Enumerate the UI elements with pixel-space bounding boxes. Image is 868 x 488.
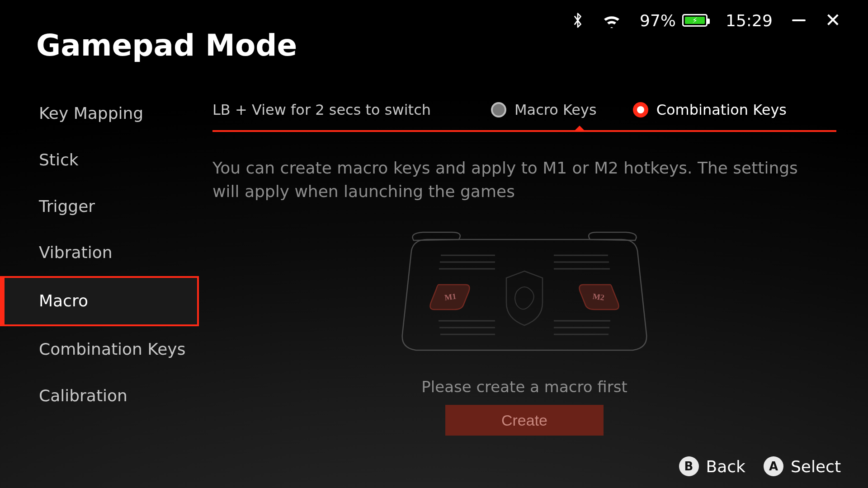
radio-label: Combination Keys <box>656 101 787 118</box>
create-prompt: Please create a macro first <box>421 378 627 396</box>
svg-text:M1: M1 <box>444 292 457 302</box>
page-title: Gamepad Mode <box>36 28 297 63</box>
footer-back-label: Back <box>706 457 745 476</box>
sidebar-item-stick[interactable]: Stick <box>0 137 199 183</box>
radio-macro-keys[interactable]: Macro Keys <box>491 101 597 118</box>
sidebar-item-calibration[interactable]: Calibration <box>0 373 199 419</box>
sidebar-item-vibration[interactable]: Vibration <box>0 230 199 276</box>
a-button-icon: A <box>764 456 783 476</box>
sidebar-item-label: Calibration <box>39 386 127 405</box>
section-divider <box>212 130 836 132</box>
sidebar-item-label: Vibration <box>39 243 113 262</box>
sidebar-item-trigger[interactable]: Trigger <box>0 183 199 230</box>
sidebar-item-label: Macro <box>39 291 88 310</box>
radio-dot-icon <box>491 102 506 117</box>
divider-notch-icon <box>574 126 585 131</box>
mode-radio-group: Macro Keys Combination Keys <box>491 101 787 118</box>
create-button[interactable]: Create <box>445 405 604 436</box>
sidebar-item-label: Key Mapping <box>39 104 143 122</box>
radio-label: Macro Keys <box>514 101 597 118</box>
bluetooth-icon <box>572 11 584 29</box>
switch-hint: LB + View for 2 secs to switch <box>212 101 431 118</box>
footer-select-label: Select <box>791 457 841 476</box>
device-area: M1 M2 <box>212 230 836 436</box>
battery-icon: ⚡ <box>682 14 708 27</box>
clock: 15:29 <box>726 11 773 30</box>
sidebar-item-key-mapping[interactable]: Key Mapping <box>0 90 199 137</box>
radio-dot-icon <box>633 102 648 117</box>
sidebar-item-combination-keys[interactable]: Combination Keys <box>0 326 199 373</box>
svg-text:M2: M2 <box>592 292 605 302</box>
radio-combination-keys[interactable]: Combination Keys <box>633 101 787 118</box>
footer-back[interactable]: B Back <box>679 456 745 476</box>
sidebar-item-macro[interactable]: Macro <box>0 276 199 326</box>
wifi-icon <box>602 11 622 29</box>
sidebar-item-label: Stick <box>39 150 79 169</box>
minimize-button[interactable] <box>791 12 807 28</box>
battery-percentage: 97% <box>640 11 676 30</box>
sidebar-item-label: Combination Keys <box>39 340 185 358</box>
sidebar-item-label: Trigger <box>39 197 95 216</box>
footer-select[interactable]: A Select <box>764 456 841 476</box>
footer-hints: B Back A Select <box>679 456 841 476</box>
battery-status: 97% ⚡ <box>640 11 708 30</box>
mode-switch-row: LB + View for 2 secs to switch Macro Key… <box>212 101 836 129</box>
b-button-icon: B <box>679 456 699 476</box>
content-area: LB + View for 2 secs to switch Macro Key… <box>212 101 836 436</box>
sidebar: Key Mapping Stick Trigger Vibration Macr… <box>0 90 199 419</box>
section-description: You can create macro keys and apply to M… <box>212 156 809 203</box>
status-bar: 97% ⚡ 15:29 ✕ <box>572 11 841 30</box>
close-button[interactable]: ✕ <box>825 11 841 30</box>
device-illustration: M1 M2 <box>396 230 653 361</box>
